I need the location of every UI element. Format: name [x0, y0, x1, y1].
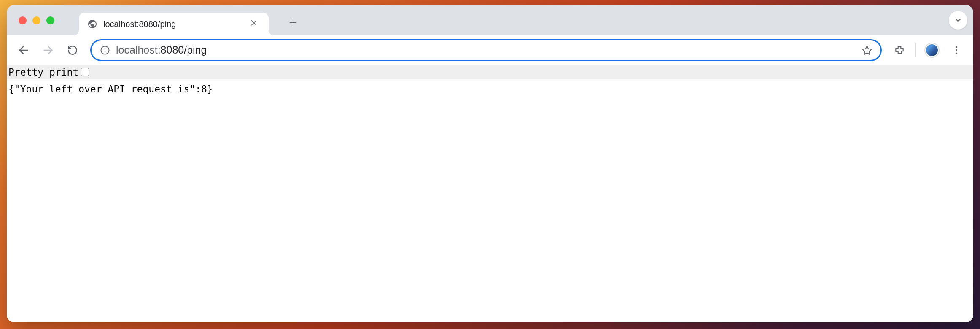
- reload-button[interactable]: [62, 39, 83, 61]
- close-icon[interactable]: [250, 19, 260, 29]
- toolbar: localhost:8080/ping: [7, 35, 973, 65]
- extensions-button[interactable]: [888, 39, 910, 61]
- profile-button[interactable]: [921, 39, 943, 61]
- browser-tab-active[interactable]: localhost:8080/ping: [79, 13, 269, 36]
- pretty-print-checkbox[interactable]: [81, 68, 89, 76]
- info-icon[interactable]: [100, 45, 110, 55]
- window-close-button[interactable]: [19, 16, 27, 24]
- tab-strip: localhost:8080/ping: [7, 5, 973, 35]
- svg-point-8: [105, 48, 105, 49]
- globe-icon: [87, 19, 97, 29]
- pretty-print-bar: Pretty print: [7, 65, 973, 79]
- address-bar[interactable]: localhost:8080/ping: [90, 39, 882, 61]
- forward-button[interactable]: [37, 39, 59, 61]
- pretty-print-toggle[interactable]: Pretty print: [8, 67, 89, 78]
- tab-title: localhost:8080/ping: [103, 19, 244, 29]
- toolbar-separator: [915, 43, 916, 57]
- svg-marker-9: [862, 46, 872, 54]
- tab-search-button[interactable]: [949, 11, 967, 30]
- back-button[interactable]: [13, 39, 35, 61]
- window-minimize-button[interactable]: [32, 16, 40, 24]
- response-body: {"Your left over API request is":8}: [7, 79, 973, 99]
- window-maximize-button[interactable]: [46, 16, 54, 24]
- pretty-print-label: Pretty print: [8, 67, 78, 78]
- window-controls: [19, 16, 54, 24]
- new-tab-button[interactable]: [284, 13, 302, 32]
- url-host: localhost: [116, 44, 158, 56]
- svg-point-11: [956, 49, 957, 51]
- page-content: Pretty print {"Your left over API reques…: [7, 65, 973, 322]
- bookmark-button[interactable]: [858, 41, 876, 59]
- svg-point-12: [956, 52, 957, 54]
- svg-point-10: [956, 46, 957, 48]
- url-path: :8080/ping: [158, 44, 207, 56]
- browser-window: localhost:8080/ping localhost:8080/ping: [7, 5, 973, 322]
- menu-button[interactable]: [945, 39, 967, 61]
- avatar: [925, 43, 939, 57]
- address-bar-text[interactable]: localhost:8080/ping: [116, 44, 852, 56]
